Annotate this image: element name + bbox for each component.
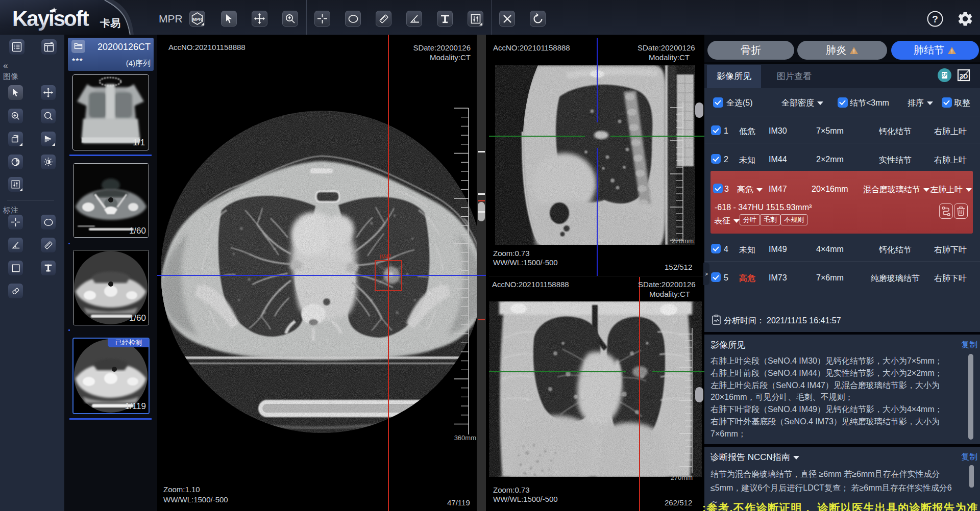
svg-text:270mm: 270mm bbox=[672, 237, 694, 245]
svg-text:360mm: 360mm bbox=[454, 434, 476, 442]
svg-text:Kayisoft: Kayisoft bbox=[12, 7, 89, 31]
svg-text:MPR: MPR bbox=[192, 17, 202, 22]
svg-text:?: ? bbox=[932, 14, 938, 24]
svg-text:卡易: 卡易 bbox=[100, 17, 120, 29]
svg-text:270mm: 270mm bbox=[671, 474, 693, 481]
